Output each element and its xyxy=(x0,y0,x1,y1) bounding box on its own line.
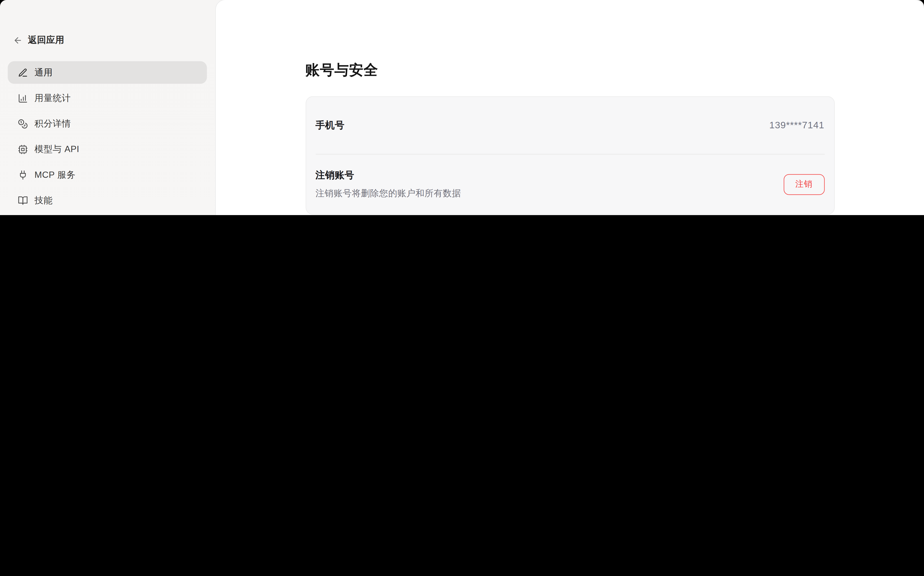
main-panel: 账号与安全 手机号 139****7141 注销账号 注销账号将删除您的账户和所… xyxy=(216,0,924,215)
phone-number-label: 手机号 xyxy=(315,119,344,132)
sidebar-item-credits[interactable]: 积分详情 xyxy=(8,112,207,135)
sidebar-item-label: 用量统计 xyxy=(34,92,71,104)
sidebar-item-im-channels[interactable]: IM 频道 xyxy=(8,214,207,215)
delete-account-row: 注销账号 注销账号将删除您的账户和所有数据 注销 xyxy=(306,155,834,214)
back-label: 返回应用 xyxy=(28,34,64,46)
account-security-card: 手机号 139****7141 注销账号 注销账号将删除您的账户和所有数据 注销 xyxy=(305,96,834,214)
back-to-app-button[interactable]: 返回应用 xyxy=(0,0,216,46)
delete-account-description: 注销账号将删除您的账户和所有数据 xyxy=(315,188,461,199)
plug-icon xyxy=(18,170,28,180)
coins-icon xyxy=(18,118,28,129)
delete-account-text: 注销账号 注销账号将删除您的账户和所有数据 xyxy=(315,170,461,199)
sidebar-item-models-api[interactable]: 模型与 API xyxy=(8,138,207,160)
sidebar-item-label: 通用 xyxy=(34,67,53,78)
settings-content: 账号与安全 手机号 139****7141 注销账号 注销账号将删除您的账户和所… xyxy=(305,0,834,215)
phone-number-row: 手机号 139****7141 xyxy=(306,97,834,154)
sidebar-item-label: MCP 服务 xyxy=(34,169,75,181)
delete-account-label: 注销账号 xyxy=(315,170,461,182)
pencil-icon xyxy=(18,67,28,78)
sidebar-item-label: 技能 xyxy=(34,195,53,206)
settings-window: 返回应用 通用 用量统计 xyxy=(0,0,924,215)
chip-icon xyxy=(18,144,28,154)
phone-number-value: 139****7141 xyxy=(769,120,824,131)
sidebar-item-usage-stats[interactable]: 用量统计 xyxy=(8,87,207,109)
bar-chart-icon xyxy=(18,93,28,103)
sidebar-item-general[interactable]: 通用 xyxy=(8,61,207,84)
section-title-account-security: 账号与安全 xyxy=(305,61,834,80)
screen-background: 返回应用 通用 用量统计 xyxy=(0,0,924,215)
delete-account-button[interactable]: 注销 xyxy=(783,174,825,195)
sidebar: 返回应用 通用 用量统计 xyxy=(0,0,216,215)
arrow-left-icon xyxy=(13,35,22,45)
sidebar-item-mcp[interactable]: MCP 服务 xyxy=(8,163,207,186)
sidebar-nav: 通用 用量统计 积分详情 xyxy=(0,61,216,215)
sidebar-item-label: 积分详情 xyxy=(34,118,71,130)
sidebar-item-skills[interactable]: 技能 xyxy=(8,189,207,211)
sidebar-item-label: 模型与 API xyxy=(34,144,79,155)
book-open-icon xyxy=(18,195,28,206)
